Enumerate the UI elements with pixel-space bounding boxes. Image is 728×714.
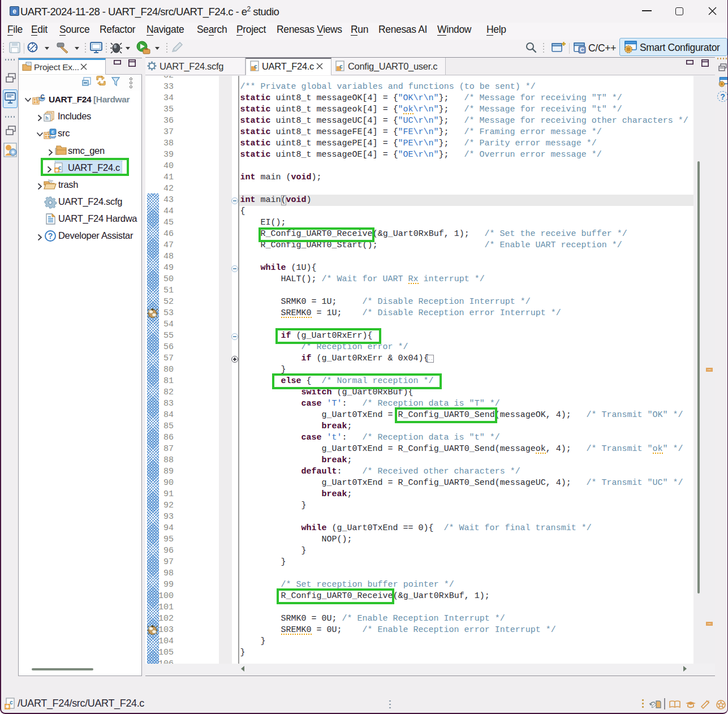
svg-text:C: C: [580, 46, 584, 53]
svg-text:c: c: [254, 64, 257, 70]
svg-text:c: c: [51, 130, 54, 135]
svg-text:c: c: [10, 700, 13, 706]
svg-text:C: C: [40, 94, 44, 100]
svg-text:c: c: [339, 64, 343, 70]
svg-text:✱: ✱: [5, 704, 10, 709]
svg-text:h: h: [45, 116, 48, 122]
